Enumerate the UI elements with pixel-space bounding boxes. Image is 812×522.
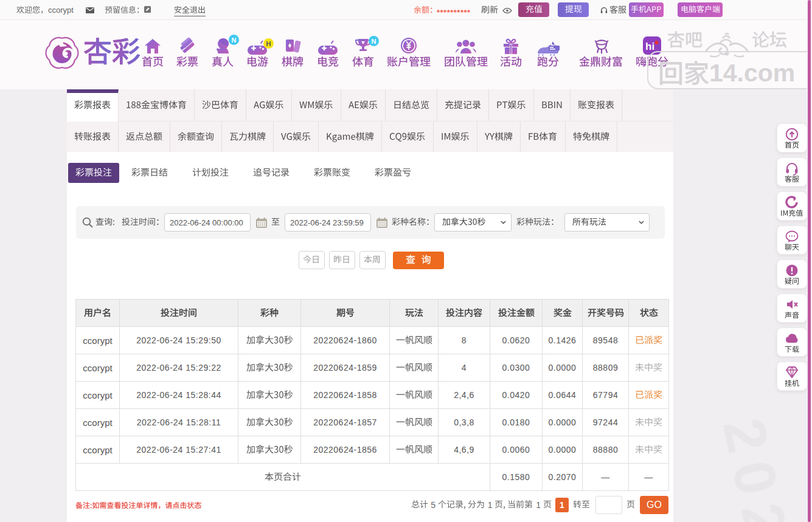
svg-text:hi: hi	[645, 41, 654, 52]
